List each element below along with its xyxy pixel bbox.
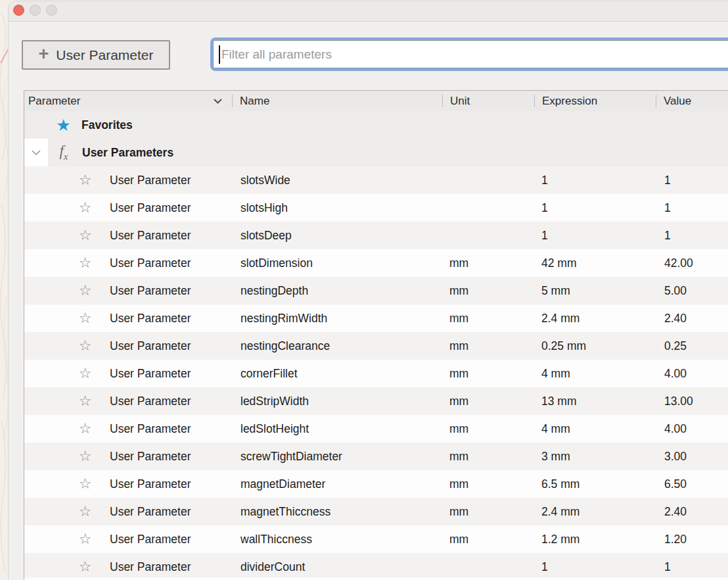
parameter-row[interactable]: ☆ User Parameter magnetDiameter mm 6.5 m… bbox=[24, 470, 728, 498]
parameter-row[interactable]: ☆ User Parameter ledStripWidth mm 13 mm … bbox=[24, 387, 728, 415]
parameter-expression[interactable]: 4 mm bbox=[534, 422, 656, 436]
parameter-row[interactable]: ☆ User Parameter nestingClearance mm 0.2… bbox=[24, 332, 728, 360]
parameter-expression[interactable]: 1 bbox=[534, 560, 656, 574]
parameter-unit: mm bbox=[442, 450, 534, 464]
parameter-expression[interactable]: 5 mm bbox=[534, 284, 656, 298]
titlebar[interactable] bbox=[9, 1, 728, 22]
parameter-row[interactable]: ☆ User Parameter nestingRimWidth mm 2.4 … bbox=[24, 304, 728, 332]
parameter-row[interactable]: ☆ User Parameter slotsHigh 1 1 bbox=[24, 194, 728, 222]
star-outline-icon[interactable]: ☆ bbox=[78, 173, 93, 187]
parameter-value: 2.40 bbox=[656, 312, 728, 326]
parameter-row[interactable]: ☆ User Parameter screwTightDiameter mm 3… bbox=[24, 443, 728, 470]
chevron-down-icon bbox=[32, 150, 41, 156]
parameter-unit: mm bbox=[442, 422, 534, 436]
parameter-expression[interactable]: 0.25 mm bbox=[534, 339, 656, 353]
star-outline-icon[interactable]: ☆ bbox=[78, 339, 93, 353]
parameter-value: 1 bbox=[656, 201, 728, 215]
parameter-expression[interactable]: 1 bbox=[534, 201, 656, 215]
parameter-name[interactable]: slotDimension bbox=[232, 256, 442, 270]
parameter-expression[interactable]: 1 bbox=[534, 229, 656, 243]
parameter-expression[interactable]: 42 mm bbox=[534, 256, 656, 270]
parameter-name[interactable]: dividerCount bbox=[232, 560, 442, 574]
parameter-value: 5.00 bbox=[656, 284, 728, 298]
parameter-type-label: User Parameter bbox=[110, 367, 191, 381]
header-name[interactable]: Name bbox=[232, 91, 442, 111]
header-value-label: Value bbox=[664, 95, 691, 108]
header-unit[interactable]: Unit bbox=[442, 91, 534, 111]
star-outline-icon[interactable]: ☆ bbox=[78, 283, 93, 298]
header-expression[interactable]: Expression bbox=[534, 91, 656, 111]
parameter-expression[interactable]: 2.4 mm bbox=[534, 505, 656, 519]
zoom-button[interactable] bbox=[46, 5, 57, 16]
parameter-value: 1 bbox=[656, 560, 728, 574]
parameter-name[interactable]: nestingDepth bbox=[232, 284, 442, 298]
parameter-row[interactable]: ☆ User Parameter cornerFillet mm 4 mm 4.… bbox=[24, 360, 728, 387]
header-parameter[interactable]: Parameter bbox=[24, 91, 232, 111]
star-outline-icon[interactable]: ☆ bbox=[78, 449, 93, 464]
parameter-value: 3.00 bbox=[656, 450, 728, 464]
group-row-user-parameters[interactable]: fx User Parameters bbox=[24, 139, 728, 166]
group-expander-toggle[interactable] bbox=[24, 139, 48, 166]
star-outline-icon[interactable]: ☆ bbox=[78, 366, 93, 381]
parameter-value: 1.20 bbox=[656, 533, 728, 546]
parameter-row[interactable]: ☆ User Parameter wallThiccness mm 1.2 mm… bbox=[24, 525, 728, 553]
parameter-name[interactable]: cornerFillet bbox=[232, 367, 442, 381]
parameter-unit: mm bbox=[442, 367, 534, 381]
parameter-expression[interactable]: 1.2 mm bbox=[534, 533, 656, 546]
parameter-rows: ☆ User Parameter slotsWide 1 1 ☆ User Pa… bbox=[24, 166, 728, 580]
add-user-parameter-label: User Parameter bbox=[56, 47, 153, 63]
parameter-expression[interactable]: 6.5 mm bbox=[534, 477, 656, 491]
filter-focus-ring bbox=[210, 37, 728, 71]
star-outline-icon[interactable]: ☆ bbox=[78, 560, 93, 574]
chevron-down-icon[interactable] bbox=[214, 99, 222, 104]
parameter-name[interactable]: nestingClearance bbox=[232, 339, 442, 353]
parameter-name[interactable]: slotsDeep bbox=[232, 229, 442, 243]
star-outline-icon[interactable]: ☆ bbox=[78, 256, 93, 270]
header-value[interactable]: Value bbox=[656, 91, 728, 111]
parameter-expression[interactable]: 13 mm bbox=[534, 395, 656, 408]
parameter-type-label: User Parameter bbox=[110, 229, 191, 243]
parameter-type-label: User Parameter bbox=[110, 505, 191, 519]
star-outline-icon[interactable]: ☆ bbox=[78, 311, 93, 326]
parameter-row[interactable]: ☆ User Parameter nestingDepth mm 5 mm 5.… bbox=[24, 277, 728, 304]
parameter-type-label: User Parameter bbox=[110, 450, 191, 464]
parameter-expression[interactable]: 4 mm bbox=[534, 367, 656, 381]
minimize-button[interactable] bbox=[30, 5, 41, 16]
star-outline-icon[interactable]: ☆ bbox=[78, 504, 93, 519]
parameter-type-label: User Parameter bbox=[110, 256, 191, 270]
star-outline-icon[interactable]: ☆ bbox=[78, 422, 93, 436]
parameter-row[interactable]: ☆ User Parameter dividerCount 1 1 bbox=[24, 553, 728, 580]
filter-input[interactable] bbox=[213, 40, 728, 68]
parameter-type-label: User Parameter bbox=[110, 422, 191, 436]
parameter-row[interactable]: ☆ User Parameter ledSlotHeight mm 4 mm 4… bbox=[24, 415, 728, 443]
star-outline-icon[interactable]: ☆ bbox=[78, 477, 93, 491]
star-outline-icon[interactable]: ☆ bbox=[78, 532, 93, 546]
parameter-unit: mm bbox=[442, 256, 534, 270]
parameter-expression[interactable]: 1 bbox=[534, 174, 656, 187]
star-outline-icon[interactable]: ☆ bbox=[78, 228, 93, 243]
parameter-row[interactable]: ☆ User Parameter magnetThiccness mm 2.4 … bbox=[24, 498, 728, 525]
parameters-table: Parameter Name Unit Expression Value ★ F… bbox=[24, 90, 728, 580]
parameter-row[interactable]: ☆ User Parameter slotDimension mm 42 mm … bbox=[24, 249, 728, 277]
parameter-expression[interactable]: 2.4 mm bbox=[534, 312, 656, 326]
star-outline-icon[interactable]: ☆ bbox=[78, 201, 93, 215]
group-row-favorites[interactable]: ★ Favorites bbox=[24, 111, 728, 139]
parameter-name[interactable]: slotsHigh bbox=[232, 201, 442, 215]
add-user-parameter-button[interactable]: + User Parameter bbox=[22, 40, 170, 70]
star-outline-icon[interactable]: ☆ bbox=[78, 394, 93, 408]
parameter-name[interactable]: nestingRimWidth bbox=[232, 312, 442, 326]
parameter-name[interactable]: wallThiccness bbox=[232, 533, 442, 546]
parameter-name[interactable]: screwTightDiameter bbox=[232, 450, 442, 464]
parameter-unit: mm bbox=[442, 339, 534, 353]
parameter-name[interactable]: magnetThiccness bbox=[232, 505, 442, 519]
parameter-expression[interactable]: 3 mm bbox=[534, 450, 656, 464]
parameter-name[interactable]: ledStripWidth bbox=[232, 395, 442, 408]
parameter-row[interactable]: ☆ User Parameter slotsWide 1 1 bbox=[24, 166, 728, 194]
close-button[interactable] bbox=[13, 5, 24, 16]
parameter-value: 1 bbox=[656, 229, 728, 243]
parameter-name[interactable]: magnetDiameter bbox=[232, 477, 442, 491]
parameter-row[interactable]: ☆ User Parameter slotsDeep 1 1 bbox=[24, 222, 728, 249]
parameter-name[interactable]: slotsWide bbox=[232, 174, 442, 187]
plus-icon: + bbox=[39, 45, 49, 63]
parameter-name[interactable]: ledSlotHeight bbox=[232, 422, 442, 436]
